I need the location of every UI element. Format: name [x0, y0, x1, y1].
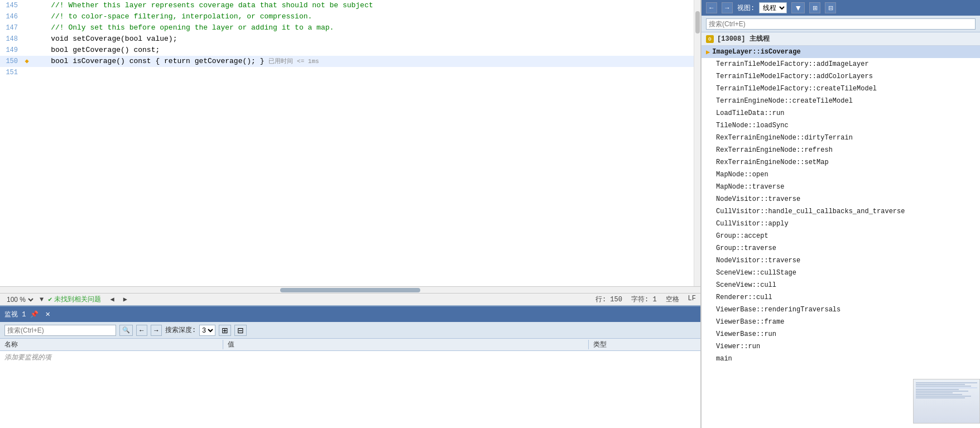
watch-close-btn[interactable]: ✕ [43, 310, 52, 319]
callstack-item[interactable]: LoadTileData::run [702, 107, 980, 119]
callstack-item[interactable]: Group::accept [702, 230, 980, 242]
callstack-item-text: TerrainTileModelFactory::addImageLayer [716, 60, 869, 68]
callstack-item-text: LoadTileData::run [716, 109, 784, 117]
line-content: bool getCoverage() const; [31, 45, 160, 56]
zoom-select[interactable]: 100 %100 % [4, 295, 35, 304]
callstack-item[interactable]: TileNode::loadSync [702, 119, 980, 132]
watch-header: 监视 1 📌 ✕ [0, 306, 700, 322]
callstack-item-text: RexTerrainEngineNode::setMap [716, 158, 829, 166]
editor-area: 145 //! Whether this layer represents co… [0, 0, 980, 428]
callstack-item-text: CullVisitor::handle_cull_callbacks_and_t… [716, 208, 905, 215]
callstack-item[interactable]: NodeVisitor::traverse [702, 254, 980, 267]
thread-badge: ⚙ [706, 35, 714, 43]
callstack-item[interactable]: Group::traverse [702, 242, 980, 254]
callstack-item-text: MapNode::traverse [716, 183, 784, 191]
line-content: void setCoverage(bool value); [31, 33, 177, 45]
editor-scrollbar[interactable] [694, 0, 700, 286]
line-number: 145 [0, 0, 22, 11]
status-arrow-right[interactable]: ▶ [123, 295, 127, 304]
callstack-item[interactable]: ViewerBase::run [702, 328, 980, 340]
line-number: 147 [0, 22, 22, 33]
status-arrow-left[interactable]: ◀ [110, 295, 114, 304]
callstack-item[interactable]: TerrainTileModelFactory::addColorLayers [702, 70, 980, 83]
editor-horiz-scrollbar[interactable] [0, 286, 700, 293]
status-bar: 100 %100 % ▼ ✔ 未找到相关问题 ◀ ▶ 行: 150 字符: 1 … [0, 293, 700, 305]
status-message: 未找到相关问题 [54, 295, 101, 304]
callstack-item[interactable]: SceneView::cull [702, 279, 980, 291]
watch-grid-btn[interactable]: ⊟ [234, 325, 247, 336]
line-number: 150 [0, 56, 22, 67]
callstack-item[interactable]: RexTerrainEngineNode::setMap [702, 156, 980, 169]
depth-label: 搜索深度: [165, 325, 196, 335]
watch-forward-btn[interactable]: → [151, 325, 162, 336]
col-name: 名称 [0, 340, 223, 349]
watch-add-row[interactable]: 添加要监视的项 [0, 351, 700, 363]
watch-back-btn[interactable]: ← [136, 325, 147, 336]
callstack-item[interactable]: RexTerrainEngineNode::refresh [702, 144, 980, 156]
callstack-item[interactable]: TerrainTileModelFactory::addImageLayer [702, 58, 980, 70]
editor-main: 145 //! Whether this layer represents co… [0, 0, 701, 428]
watch-search-btn[interactable]: 🔍 [119, 325, 133, 336]
callstack-item[interactable]: TerrainEngineNode::createTileModel [702, 95, 980, 107]
watch-table: 名称 值 类型 添加要监视的项 [0, 339, 700, 428]
callstack-item-text: SceneView::cull [716, 281, 776, 289]
view-select[interactable]: 线程 进程 [759, 2, 787, 13]
right-filter-btn[interactable]: ▼ [791, 2, 805, 13]
line-number: 151 [0, 67, 22, 78]
right-forward-btn[interactable]: → [722, 2, 733, 13]
depth-select[interactable]: 3 1 2 4 5 [199, 325, 215, 336]
line-number: 146 [0, 11, 22, 22]
callstack-item-text: main [716, 355, 732, 363]
callstack-item-text: NodeVisitor::traverse [716, 257, 800, 265]
callstack-item[interactable]: ▶ImageLayer::isCoverage [702, 46, 980, 58]
callstack-item[interactable]: ViewerBase::frame [702, 316, 980, 328]
line-content: //! to color-space filtering, interpolat… [31, 11, 312, 22]
callstack-item[interactable]: CullVisitor::handle_cull_callbacks_and_t… [702, 205, 980, 218]
callstack-item-text: RexTerrainEngineNode::refresh [716, 146, 833, 154]
right-grid-btn[interactable]: ⊟ [825, 2, 836, 13]
callstack-item[interactable]: TerrainTileModelFactory::createTileModel [702, 83, 980, 95]
code-line: 151 [0, 67, 694, 78]
editor-with-scroll: 145 //! Whether this layer represents co… [0, 0, 700, 286]
callstack-item[interactable]: main [702, 353, 980, 365]
thread-section-text: [13008] 主线程 [717, 34, 770, 44]
callstack-item[interactable]: SceneView::cullStage [702, 267, 980, 279]
status-right: 行: 150 字符: 1 空格 LF [595, 295, 696, 304]
callstack-item[interactable]: Viewer::run [702, 340, 980, 353]
callstack-item[interactable]: RexTerrainEngineNode::dirtyTerrain [702, 132, 980, 144]
code-line: 146 //! to color-space filtering, interp… [0, 11, 694, 22]
encoding-info: LF [688, 295, 696, 304]
line-content: //! Only set this before opening the lay… [31, 22, 334, 33]
callstack-item[interactable]: Renderer::cull [702, 291, 980, 304]
code-line: 150◆ bool isCoverage() const { return ge… [0, 56, 694, 67]
callstack-item[interactable]: MapNode::open [702, 169, 980, 181]
space-info: 空格 [666, 295, 679, 304]
right-search-input[interactable] [706, 18, 976, 30]
watch-filter-btn[interactable]: ⊞ [219, 325, 231, 336]
callstack-item-text: Group::accept [716, 232, 768, 240]
callstack-item[interactable]: CullVisitor::apply [702, 218, 980, 230]
line-marker: ◆ [22, 56, 31, 67]
right-view-btn[interactable]: ⊞ [809, 2, 820, 13]
callstack-item-text: TileNode::loadSync [716, 122, 789, 129]
callstack-item-text: TerrainTileModelFactory::addColorLayers [716, 73, 873, 80]
callstack-item-text: TerrainEngineNode::createTileModel [716, 97, 853, 105]
callstack-item-text: MapNode::open [716, 171, 768, 179]
code-lines: 145 //! Whether this layer represents co… [0, 0, 694, 78]
callstack-list[interactable]: ▶ImageLayer::isCoverageTerrainTileModelF… [702, 46, 980, 428]
thread-section: ⚙ [13008] 主线程 [702, 32, 980, 46]
watch-search-input[interactable] [4, 325, 116, 336]
right-back-btn[interactable]: ← [706, 2, 717, 13]
callstack-item[interactable]: NodeVisitor::traverse [702, 193, 980, 205]
callstack-item-text: SceneView::cullStage [716, 269, 796, 277]
watch-panel: 监视 1 📌 ✕ 🔍 ← → 搜索深度: 3 1 2 4 5 ⊞ ⊟ [0, 305, 700, 428]
callstack-item[interactable]: ViewerBase::renderingTraversals [702, 304, 980, 316]
callstack-arrow-icon: ▶ [706, 48, 710, 56]
callstack-item-text: TerrainTileModelFactory::createTileModel [716, 85, 877, 93]
callstack-item[interactable]: MapNode::traverse [702, 181, 980, 193]
code-line: 145 //! Whether this layer represents co… [0, 0, 694, 11]
watch-title: 监视 1 [4, 310, 26, 319]
char-info: 字符: 1 [631, 295, 657, 304]
code-line: 147 //! Only set this before opening the… [0, 22, 694, 33]
time-badge: 已用时间 <= 1ms [268, 56, 319, 67]
